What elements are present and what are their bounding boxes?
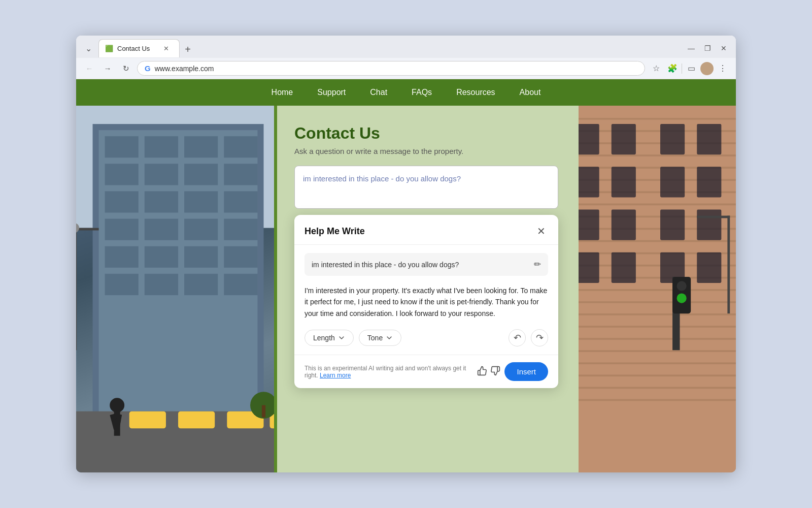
svg-rect-8 xyxy=(145,164,178,185)
svg-rect-5 xyxy=(184,136,218,157)
split-screen-icon[interactable]: ▭ xyxy=(684,61,698,76)
hmw-controls-row: Length Tone ↶ ↷ xyxy=(304,329,548,346)
svg-rect-19 xyxy=(105,246,139,268)
svg-rect-23 xyxy=(105,274,139,295)
svg-rect-59 xyxy=(579,313,736,315)
right-city-svg xyxy=(579,106,736,472)
new-tab-button[interactable]: + xyxy=(180,41,196,57)
svg-rect-22 xyxy=(224,246,257,268)
forward-button[interactable]: → xyxy=(100,61,115,76)
tab-close-button[interactable]: ✕ xyxy=(161,44,171,53)
length-dropdown-arrow xyxy=(338,334,345,341)
close-button[interactable]: ✕ xyxy=(717,41,731,55)
tab-list-button[interactable]: ⌄ xyxy=(81,41,95,55)
extensions-icon[interactable]: 🧩 xyxy=(665,61,680,76)
hmw-input-text: im interested in this place - do you all… xyxy=(312,261,534,269)
svg-rect-35 xyxy=(129,411,166,429)
insert-button[interactable]: Insert xyxy=(504,362,548,381)
svg-rect-74 xyxy=(697,167,721,197)
thumbs-up-button[interactable] xyxy=(477,366,487,378)
contact-subtitle: Ask a question or write a message to the… xyxy=(294,147,558,155)
nav-chat[interactable]: Chat xyxy=(370,88,387,97)
svg-rect-25 xyxy=(184,274,218,295)
hmw-feedback-buttons xyxy=(477,366,500,378)
svg-rect-79 xyxy=(579,252,599,283)
nav-home[interactable]: Home xyxy=(272,88,293,97)
svg-rect-40 xyxy=(262,405,265,418)
restore-button[interactable]: ❐ xyxy=(700,41,715,55)
minimize-button[interactable]: — xyxy=(684,41,698,55)
svg-rect-63 xyxy=(579,362,736,364)
svg-rect-17 xyxy=(184,219,218,240)
hmw-header: Help Me Write ✕ xyxy=(294,215,558,245)
panel-accent xyxy=(274,106,277,472)
svg-rect-27 xyxy=(76,228,77,351)
tone-dropdown[interactable]: Tone xyxy=(359,330,401,346)
svg-rect-71 xyxy=(579,167,599,197)
tab-bar: 🟩 Contact Us ✕ + xyxy=(98,39,681,57)
active-tab[interactable]: 🟩 Contact Us ✕ xyxy=(98,39,180,57)
svg-rect-87 xyxy=(727,216,730,314)
city-image-right xyxy=(579,106,736,472)
redo-button[interactable]: ↷ xyxy=(531,329,548,346)
bookmark-icon[interactable]: ☆ xyxy=(649,61,663,76)
browser-titlebar: ⌄ 🟩 Contact Us ✕ + — ❐ ✕ xyxy=(76,36,736,58)
hmw-input-row: im interested in this place - do you all… xyxy=(304,253,548,276)
svg-rect-57 xyxy=(579,289,736,291)
svg-rect-18 xyxy=(224,219,257,240)
undo-button[interactable]: ↶ xyxy=(509,329,526,346)
thumbs-down-icon xyxy=(490,366,500,376)
svg-rect-43 xyxy=(579,118,736,120)
thumbs-down-button[interactable] xyxy=(490,366,500,378)
browser-window: ⌄ 🟩 Contact Us ✕ + — ❐ ✕ ← → ↻ G www.exa… xyxy=(76,36,736,472)
google-icon: G xyxy=(145,64,151,73)
svg-rect-15 xyxy=(105,219,139,240)
learn-more-link[interactable]: Learn more xyxy=(320,372,351,379)
svg-rect-75 xyxy=(579,210,599,240)
svg-rect-20 xyxy=(145,246,178,268)
thumbs-up-icon xyxy=(477,366,487,376)
browser-nav-controls: ⌄ xyxy=(81,41,95,55)
svg-rect-58 xyxy=(579,301,736,303)
svg-rect-60 xyxy=(579,326,736,328)
length-dropdown[interactable]: Length xyxy=(304,330,354,346)
hmw-footer-text: This is an experimental AI writing aid a… xyxy=(304,365,473,379)
svg-rect-21 xyxy=(184,246,218,268)
message-textarea[interactable] xyxy=(294,166,558,209)
hmw-footer: This is an experimental AI writing aid a… xyxy=(294,355,558,388)
svg-rect-77 xyxy=(660,210,685,240)
svg-rect-67 xyxy=(579,124,599,154)
nav-about[interactable]: About xyxy=(520,88,541,97)
tone-label: Tone xyxy=(367,334,383,342)
back-button[interactable]: ← xyxy=(82,61,96,76)
svg-rect-69 xyxy=(660,124,685,154)
reload-button[interactable]: ↻ xyxy=(119,61,133,76)
divider xyxy=(682,64,682,74)
avatar[interactable] xyxy=(700,62,714,75)
svg-rect-9 xyxy=(184,164,218,185)
svg-rect-13 xyxy=(184,191,218,212)
page-content: Home Support Chat FAQs Resources About xyxy=(76,79,736,472)
tone-dropdown-arrow xyxy=(386,334,393,341)
menu-icon[interactable]: ⋮ xyxy=(716,61,730,76)
nav-faqs[interactable]: FAQs xyxy=(412,88,432,97)
nav-support[interactable]: Support xyxy=(317,88,346,97)
svg-rect-68 xyxy=(612,124,636,154)
nav-resources[interactable]: Resources xyxy=(456,88,495,97)
svg-rect-50 xyxy=(579,204,736,206)
hmw-generated-text: I'm interested in your property. It's ex… xyxy=(304,283,548,321)
hmw-close-button[interactable]: ✕ xyxy=(534,224,548,238)
svg-rect-12 xyxy=(145,191,178,212)
svg-rect-76 xyxy=(612,210,636,240)
svg-rect-11 xyxy=(105,191,139,212)
hmw-edit-button[interactable]: ✏ xyxy=(534,259,541,270)
svg-rect-46 xyxy=(579,154,736,156)
toolbar-icons: ☆ 🧩 ▭ ⋮ xyxy=(649,61,730,76)
tab-title: Contact Us xyxy=(117,45,157,52)
svg-rect-61 xyxy=(579,338,736,340)
address-bar[interactable]: G www.example.com xyxy=(137,61,645,76)
url-display: www.example.com xyxy=(155,65,214,73)
svg-rect-53 xyxy=(579,240,736,242)
svg-rect-26 xyxy=(224,274,257,295)
svg-rect-28 xyxy=(76,228,99,231)
